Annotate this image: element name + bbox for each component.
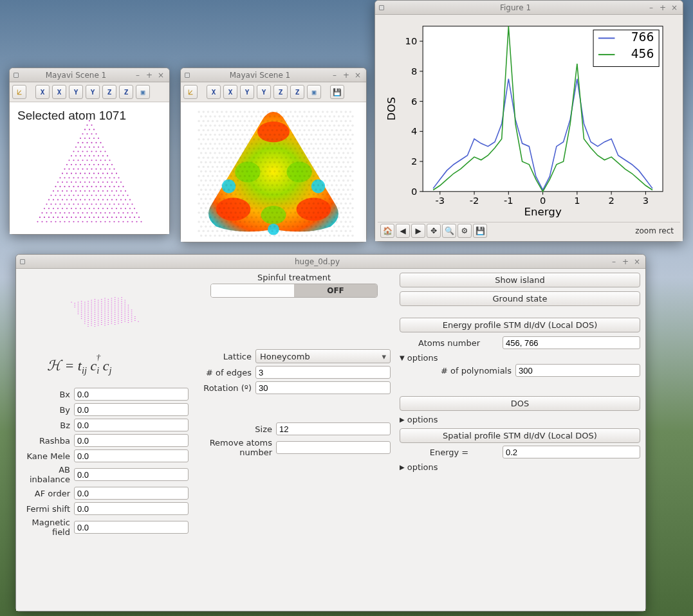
lattice-select[interactable]: Honeycomb (255, 349, 391, 363)
rotation-input[interactable] (255, 381, 391, 394)
iso-view-icon[interactable]: ▣ (136, 85, 150, 99)
view-xneg-button[interactable]: X (223, 85, 237, 99)
spatial-profile-button[interactable]: Spatial profile STM dI/dV (Local DOS) (400, 428, 640, 443)
axes-icon[interactable]: ⟀ (12, 85, 26, 99)
svg-point-922 (202, 193, 205, 195)
iso-view-icon[interactable]: ▣ (307, 85, 321, 99)
kane-mele-input[interactable] (74, 449, 189, 462)
rashba-input[interactable] (74, 434, 189, 447)
view-ypos-button[interactable]: Y (69, 85, 83, 99)
af-order-input[interactable] (74, 487, 189, 500)
bz-input[interactable] (74, 419, 189, 431)
minimize-button[interactable]: – (330, 71, 339, 80)
svg-point-624 (241, 152, 244, 154)
close-button[interactable]: × (670, 3, 679, 12)
maximize-button[interactable]: + (621, 257, 630, 266)
options-expander-1[interactable]: ▼options (400, 352, 640, 364)
triangle-lattice-render (16, 115, 163, 228)
svg-point-802 (276, 175, 279, 177)
svg-point-695 (255, 161, 257, 164)
view-xneg-button[interactable]: X (52, 85, 66, 99)
by-input[interactable] (74, 403, 189, 416)
axes-icon[interactable]: ⟀ (183, 85, 198, 99)
energy-profile-button[interactable]: Energy profile STM dI/dV (Local DOS) (400, 318, 640, 332)
ground-state-button[interactable]: Ground state (400, 291, 640, 306)
forward-icon[interactable]: ▶ (411, 224, 425, 238)
svg-point-1320 (124, 305, 125, 306)
scene-viewport[interactable] (181, 102, 366, 242)
window-menu-icon[interactable] (185, 73, 190, 78)
edges-input[interactable] (255, 366, 391, 379)
window-menu-icon[interactable] (20, 259, 25, 264)
options-expander-3[interactable]: ▶options (400, 461, 640, 473)
view-xpos-button[interactable]: X (35, 85, 50, 99)
minimize-button[interactable]: – (647, 3, 656, 12)
titlebar[interactable]: Mayavi Scene 1 – + × (181, 68, 366, 82)
energy-eq-input[interactable] (503, 446, 640, 458)
svg-point-521 (234, 138, 237, 141)
svg-point-153 (50, 195, 51, 196)
remove-atoms-input[interactable] (276, 441, 391, 454)
close-button[interactable]: × (633, 257, 642, 266)
spinful-toggle[interactable]: OFF (210, 284, 378, 298)
plot-canvas[interactable]: -3-2-101230246810EnergyDOS766456 (382, 17, 676, 219)
svg-point-1460 (104, 317, 106, 318)
maximize-button[interactable]: + (658, 3, 667, 12)
save-scene-icon[interactable]: 💾 (330, 85, 344, 99)
home-icon[interactable]: 🏠 (380, 224, 394, 238)
show-island-button[interactable]: Show island (400, 273, 640, 287)
svg-point-55 (66, 164, 68, 165)
svg-point-1213 (290, 230, 292, 233)
size-input[interactable] (276, 422, 391, 435)
svg-point-287 (86, 221, 88, 222)
bx-input[interactable] (74, 388, 189, 401)
svg-point-91 (59, 177, 60, 178)
view-yneg-button[interactable]: Y (86, 85, 100, 99)
svg-point-740 (303, 166, 306, 168)
svg-point-688 (223, 161, 226, 164)
svg-point-1192 (351, 225, 354, 228)
view-zneg-button[interactable]: Z (290, 85, 304, 99)
back-icon[interactable]: ◀ (396, 224, 410, 238)
polynomials-input[interactable] (515, 364, 640, 377)
view-yneg-button[interactable]: Y (257, 85, 271, 99)
svg-point-1305 (104, 298, 106, 298)
atoms-number-input[interactable] (503, 336, 640, 349)
window-menu-icon[interactable] (14, 73, 19, 78)
minimize-button[interactable]: – (133, 71, 142, 80)
titlebar[interactable]: Mayavi Scene 1 – + × (10, 68, 169, 82)
maximize-button[interactable]: + (145, 71, 154, 80)
window-menu-icon[interactable] (379, 5, 384, 10)
fermi-shift-input[interactable] (74, 502, 189, 515)
svg-point-373 (338, 115, 340, 118)
spinful-off-half[interactable]: OFF (294, 284, 377, 297)
options-expander-2[interactable]: ▶options (400, 413, 640, 426)
titlebar[interactable]: huge_0d.py – + × (16, 255, 645, 269)
view-xpos-button[interactable]: X (207, 85, 221, 99)
spinful-on-half[interactable] (211, 284, 294, 297)
svg-point-585 (216, 147, 219, 150)
ab-inbalance-input[interactable] (74, 468, 189, 481)
magnetic-field-input[interactable] (74, 521, 189, 534)
view-zneg-button[interactable]: Z (119, 85, 133, 99)
minimize-button[interactable]: – (609, 257, 618, 266)
view-zpos-button[interactable]: Z (273, 85, 288, 99)
configure-icon[interactable]: ⚙ (457, 224, 472, 238)
zoom-icon[interactable]: 🔍 (442, 224, 456, 238)
magnetic-field-label: Magnetic field (21, 518, 74, 537)
svg-point-769 (282, 170, 285, 173)
close-button[interactable]: × (156, 71, 165, 80)
maximize-button[interactable]: + (342, 71, 351, 80)
scene-viewport[interactable]: Selected atom 1071 (10, 102, 169, 234)
svg-point-72 (91, 168, 92, 170)
view-zpos-button[interactable]: Z (102, 85, 116, 99)
svg-point-105 (57, 181, 59, 183)
dos-button[interactable]: DOS (400, 396, 640, 411)
svg-point-804 (285, 175, 288, 177)
close-button[interactable]: × (353, 71, 362, 80)
svg-text:0: 0 (540, 195, 546, 206)
pan-icon[interactable]: ✥ (427, 224, 441, 238)
titlebar[interactable]: Figure 1 – + × (375, 1, 683, 15)
save-icon[interactable]: 💾 (473, 224, 487, 238)
view-ypos-button[interactable]: Y (240, 85, 254, 99)
